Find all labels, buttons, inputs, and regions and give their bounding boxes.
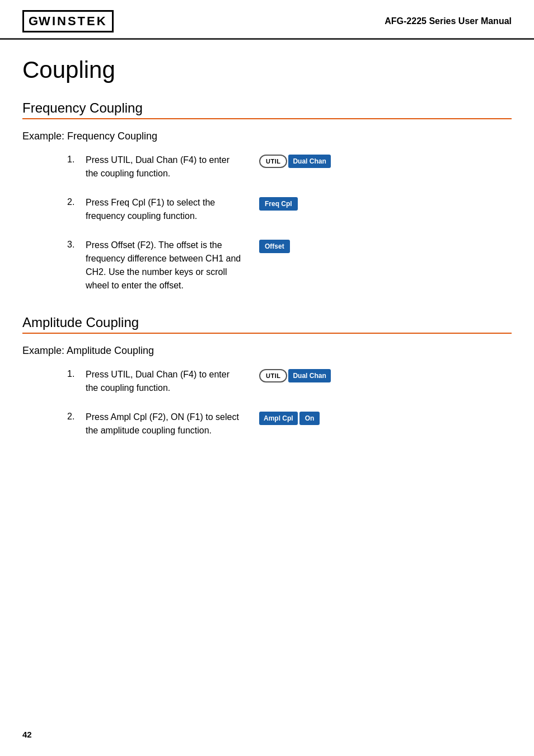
step-1-number: 1. [67,153,81,165]
frequency-coupling-steps: 1. Press UTIL, Dual Chan (F4) to enter t… [67,153,512,292]
step-1: 1. Press UTIL, Dual Chan (F4) to enter t… [67,153,512,180]
step-2-buttons: Freq Cpl [259,197,298,211]
page-number: 42 [22,730,32,739]
step-1-buttons: UTIL Dual Chan [259,155,331,168]
amp-step-1-number: 1. [67,368,81,379]
logo-instek: INSTEK [52,14,107,28]
amp-step-2: 2. Press Ampl Cpl (F2), ON (F1) to selec… [67,410,512,437]
logo: GWINSTEK [22,10,114,32]
manual-title: AFG-2225 Series User Manual [385,16,512,26]
amp-step-2-number: 2. [67,410,81,422]
amplitude-coupling-heading: Amplitude Coupling [22,315,512,330]
on-button[interactable]: On [299,412,320,425]
amp-step-1: 1. Press UTIL, Dual Chan (F4) to enter t… [67,368,512,395]
page-title: Coupling [22,57,512,83]
logo-gw: GW [29,14,51,28]
amplitude-coupling-divider [22,333,512,334]
amplitude-coupling-example-heading: Example: Amplitude Coupling [22,345,512,357]
amplitude-coupling-steps: 1. Press UTIL, Dual Chan (F4) to enter t… [67,368,512,437]
amp-step-1-text: Press UTIL, Dual Chan (F4) to enter the … [86,368,242,395]
amp-step-1-buttons: UTIL Dual Chan [259,369,331,382]
ampl-cpl-button[interactable]: Ampl Cpl [259,412,298,425]
logo-box: GWINSTEK [22,10,114,32]
frequency-coupling-example-heading: Example: Frequency Coupling [22,130,512,142]
step-2: 2. Press Freq Cpl (F1) to select the fre… [67,196,512,223]
amplitude-coupling-section: Amplitude Coupling Example: Amplitude Co… [22,315,512,437]
step-2-text: Press Freq Cpl (F1) to select the freque… [86,196,242,223]
util-button-2[interactable]: UTIL [259,369,287,382]
step-1-text: Press UTIL, Dual Chan (F4) to enter the … [86,153,242,180]
offset-button[interactable]: Offset [259,240,290,253]
freq-cpl-button[interactable]: Freq Cpl [259,197,298,211]
frequency-coupling-section: Frequency Coupling Example: Frequency Co… [22,100,512,292]
step-3-number: 3. [67,239,81,250]
step-3-buttons: Offset [259,240,290,253]
amp-step-2-text: Press Ampl Cpl (F2), ON (F1) to select t… [86,410,242,437]
step-2-number: 2. [67,196,81,207]
amp-step-2-buttons: Ampl Cpl On [259,412,320,425]
frequency-coupling-divider [22,118,512,119]
step-3-text: Press Offset (F2). The offset is the fre… [86,239,242,292]
util-button-1[interactable]: UTIL [259,155,287,168]
main-content: Coupling Frequency Coupling Example: Fre… [0,40,534,477]
dual-chan-button-2[interactable]: Dual Chan [288,369,330,382]
step-3: 3. Press Offset (F2). The offset is the … [67,239,512,292]
header: GWINSTEK AFG-2225 Series User Manual [0,0,534,40]
dual-chan-button-1[interactable]: Dual Chan [288,155,330,168]
frequency-coupling-heading: Frequency Coupling [22,100,512,116]
